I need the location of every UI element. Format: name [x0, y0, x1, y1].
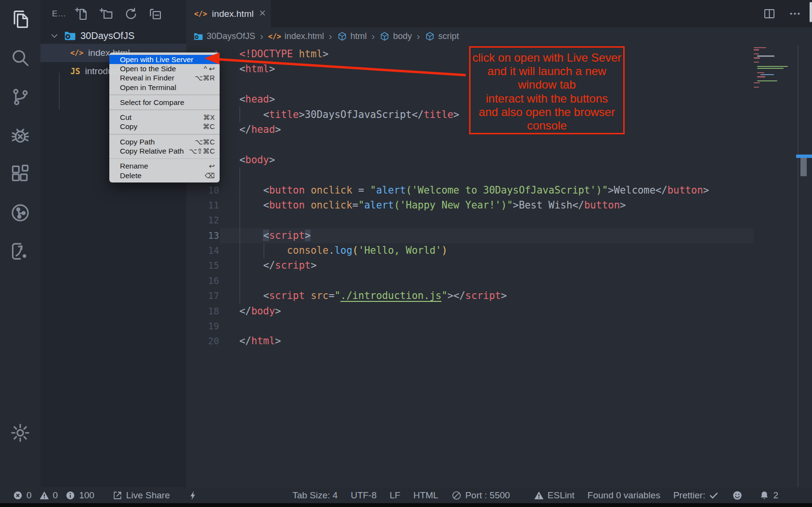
more-actions-icon[interactable]	[788, 7, 801, 20]
status-language-mode[interactable]: HTML	[413, 490, 438, 501]
root-folder-label: 30DaysOfJS	[80, 30, 134, 41]
new-folder-icon[interactable]	[99, 7, 114, 21]
extensions-icon[interactable]	[0, 155, 40, 193]
line-content: console.log('Hello, World')	[239, 243, 447, 258]
scrollbar-thumb[interactable]	[800, 158, 807, 176]
status-label: Found 0 variables	[588, 490, 660, 501]
menu-item-reveal-in-finder[interactable]: Reveal in Finder⌥⌘R	[109, 74, 220, 83]
breadcrumb-separator: ›	[329, 31, 332, 42]
line-content: <button onclick = "alert('Welcome to 30D…	[239, 183, 709, 198]
search-icon[interactable]	[0, 39, 40, 77]
breadcrumb-label: script	[438, 31, 459, 41]
line-content: <html>	[239, 62, 275, 77]
menu-item-copy-relative-path[interactable]: Copy Relative Path⌥⇧⌘C	[109, 146, 220, 156]
line-content: <!DOCTYPE html>	[239, 47, 328, 62]
feedback-smiley-icon	[732, 490, 743, 501]
status-found-variables[interactable]: Found 0 variables	[588, 490, 660, 501]
line-content: </body>	[239, 304, 281, 319]
code-line-13: 13 <script>	[186, 228, 812, 243]
overview-cursor-marker	[796, 155, 812, 158]
breadcrumb-item-body[interactable]: body	[380, 31, 412, 41]
context-menu: Open with Live ServerOpen to the Side^ ↩…	[109, 52, 220, 182]
gitlens-icon[interactable]	[0, 194, 40, 232]
menu-item-open-with-live-server[interactable]: Open with Live Server	[109, 55, 220, 64]
close-tab-icon[interactable]	[259, 9, 266, 19]
menu-item-label: Open in Terminal	[120, 83, 176, 92]
breadcrumb-item-html[interactable]: html	[337, 31, 367, 41]
line-number: 15	[186, 258, 220, 273]
explorer-header: E…	[40, 0, 186, 27]
js-file-icon: JS	[70, 66, 80, 76]
menu-item-rename[interactable]: Rename↩	[109, 162, 220, 171]
breadcrumb-item-index.html[interactable]: </>index.html	[268, 31, 324, 41]
menu-item-copy[interactable]: Copy⌘C	[109, 122, 220, 131]
status-problems-errors[interactable]: 0	[13, 490, 32, 501]
explorer-title: E…	[52, 9, 66, 19]
status-encoding[interactable]: UTF-8	[351, 490, 377, 501]
menu-item-open-to-the-side[interactable]: Open to the Side^ ↩	[109, 64, 220, 73]
prettier-check-icon	[708, 490, 719, 501]
menu-item-label: Open with Live Server	[120, 55, 194, 64]
line-number: 13	[186, 228, 220, 243]
breadcrumb-label: html	[351, 31, 367, 41]
annotation-line: console	[471, 119, 623, 132]
line-content: <script src="./introduction.js"></script…	[239, 288, 507, 303]
status-label: Port : 5500	[465, 490, 510, 501]
status-live-server-port[interactable]: Port : 5500	[451, 490, 510, 501]
chevron-down-icon	[50, 31, 59, 40]
source-control-icon[interactable]	[0, 78, 40, 116]
status-problems-info[interactable]: 100	[65, 490, 94, 501]
tab-index-html[interactable]: </> index.html	[186, 0, 271, 27]
split-editor-icon[interactable]	[763, 7, 776, 20]
refresh-explorer-icon[interactable]	[124, 7, 138, 21]
status-label: Live Share	[126, 490, 170, 501]
status-prettier[interactable]: Prettier:	[673, 490, 720, 501]
menu-item-label: Delete	[120, 171, 142, 180]
menu-item-delete[interactable]: Delete⌫	[109, 171, 220, 180]
menu-separator	[109, 131, 220, 137]
breadcrumb-label: index.html	[285, 31, 324, 41]
menu-item-shortcut: ⌥⌘C	[195, 138, 215, 146]
collapse-folders-icon[interactable]	[148, 7, 163, 21]
status-eol[interactable]: LF	[390, 490, 400, 501]
minimap[interactable]	[754, 47, 796, 88]
status-eslint[interactable]: ESLint	[534, 490, 575, 501]
run-and-debug-icon[interactable]	[0, 116, 40, 155]
line-content: <button onclick="alert('Happy New Year!'…	[239, 198, 626, 213]
menu-separator	[109, 92, 220, 98]
menu-item-copy-path[interactable]: Copy Path⌥⌘C	[109, 137, 220, 146]
status-tab-size[interactable]: Tab Size: 4	[292, 490, 338, 501]
status-label: Prettier:	[673, 490, 706, 501]
eslint-icon	[534, 490, 544, 501]
settings-gear-icon[interactable]	[0, 414, 40, 452]
breadcrumb-item-script[interactable]: script	[425, 31, 459, 41]
menu-item-shortcut: ⌫	[205, 172, 215, 180]
status-problems-warnings[interactable]: 0	[39, 490, 58, 501]
breadcrumb-item-30DaysOfJS[interactable]: 30DaysOfJS	[193, 31, 255, 41]
menu-item-shortcut: ⌥⌘R	[195, 74, 215, 82]
menu-item-label: Cut	[120, 113, 131, 122]
status-quick-actions-bolt[interactable]	[188, 490, 202, 501]
quick-actions-bolt-icon	[188, 490, 198, 501]
status-label: HTML	[413, 490, 438, 501]
status-live-share[interactable]: Live Share	[112, 490, 170, 501]
breadcrumb-separator: ›	[417, 31, 420, 42]
status-notifications-bell[interactable]: 2	[759, 490, 778, 501]
new-file-icon[interactable]	[75, 7, 89, 21]
menu-item-label: Copy	[120, 122, 137, 131]
indent-guide	[239, 168, 240, 304]
menu-item-select-for-compare[interactable]: Select for Compare	[109, 98, 220, 107]
menu-item-open-in-terminal[interactable]: Open in Terminal	[109, 83, 220, 92]
menu-item-label: Select for Compare	[120, 98, 184, 107]
explorer-icon[interactable]	[0, 0, 40, 39]
code-line-19: 19	[186, 319, 812, 334]
line-content: <title>30DaysOfJavaScript</title>	[239, 107, 459, 122]
menu-item-cut[interactable]: Cut⌘X	[109, 113, 220, 122]
line-content: <script>	[239, 228, 311, 243]
status-feedback-smiley[interactable]	[732, 490, 746, 501]
menu-separator	[109, 156, 220, 162]
tree-root-folder[interactable]: 30DaysOfJS	[40, 27, 186, 44]
live-share-icon[interactable]	[0, 232, 40, 271]
tab-label: index.html	[212, 9, 254, 19]
line-number: 12	[186, 213, 220, 228]
